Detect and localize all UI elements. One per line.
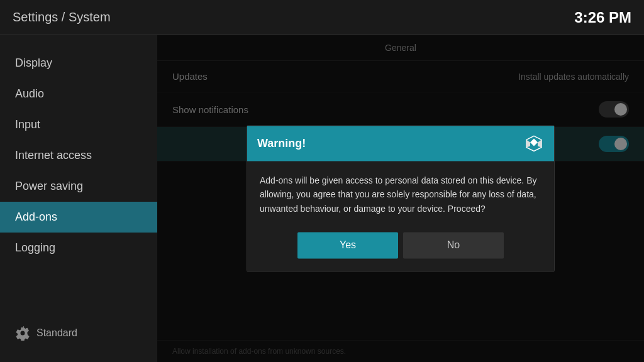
main-layout: Display Audio Input Internet access Powe… xyxy=(0,35,644,362)
kodi-icon xyxy=(524,133,544,153)
sidebar: Display Audio Input Internet access Powe… xyxy=(0,35,157,362)
warning-dialog: Warning! Add-ons will be given access to… xyxy=(247,125,555,272)
sidebar-item-internet-access[interactable]: Internet access xyxy=(0,140,157,171)
dialog-yes-button[interactable]: Yes xyxy=(297,233,398,259)
sidebar-item-display[interactable]: Display xyxy=(0,48,157,79)
dialog-buttons: Yes No xyxy=(247,226,554,272)
clock: 3:26 PM xyxy=(574,9,631,26)
dialog-no-button[interactable]: No xyxy=(403,233,504,259)
sidebar-item-power-saving[interactable]: Power saving xyxy=(0,171,157,202)
dialog-body: Add-ons will be given access to personal… xyxy=(247,161,554,226)
page-title: Settings / System xyxy=(13,10,111,25)
sidebar-item-add-ons[interactable]: Add-ons xyxy=(0,202,157,233)
sidebar-item-logging[interactable]: Logging xyxy=(0,233,157,263)
dialog-header: Warning! xyxy=(247,126,554,161)
dialog-title: Warning! xyxy=(257,137,306,150)
settings-main: General Updates Install updates automati… xyxy=(157,35,644,362)
sidebar-footer-label: Standard xyxy=(36,327,77,339)
gear-icon xyxy=(15,326,30,341)
sidebar-item-audio[interactable]: Audio xyxy=(0,79,157,109)
sidebar-item-input[interactable]: Input xyxy=(0,109,157,140)
app-header: Settings / System 3:26 PM xyxy=(0,0,644,35)
sidebar-footer: Standard xyxy=(0,317,157,349)
